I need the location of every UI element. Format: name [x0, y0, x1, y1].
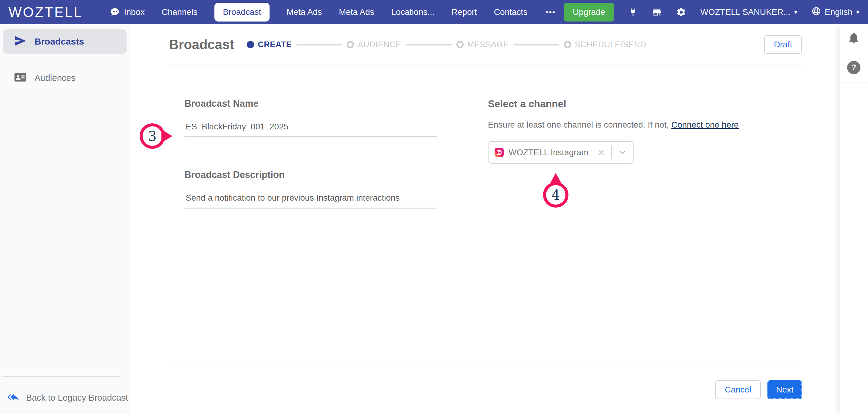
nav-item-broadcast[interactable]: Broadcast	[214, 3, 270, 22]
question-mark-icon: ?	[847, 61, 861, 74]
chevron-down-icon[interactable]	[618, 148, 627, 157]
settings-gear-icon[interactable]	[676, 7, 686, 17]
instagram-icon	[495, 148, 504, 157]
step-dot-icon	[247, 41, 254, 48]
selected-channel-label: WOZTELL Instagram	[508, 148, 588, 157]
header-divider	[169, 65, 802, 65]
broadcast-name-label: Broadcast Name	[184, 98, 437, 109]
nav-item-report[interactable]: Report	[452, 7, 477, 17]
utility-rail: ?	[840, 24, 868, 414]
broadcast-description-label: Broadcast Description	[184, 170, 437, 180]
step-connector	[297, 43, 342, 46]
main-nav: Inbox Channels Broadcast Meta Ads Meta A…	[110, 3, 555, 22]
paper-plane-icon	[14, 34, 27, 49]
step-label: AUDIENCE	[358, 40, 401, 50]
more-ellipsis-icon: •••	[546, 7, 555, 17]
help-button[interactable]: ?	[840, 53, 868, 83]
caret-down-icon: ▾	[856, 9, 860, 16]
page-header: Broadcast CREATE AUDIENCE MESSAGE SCHEDU…	[169, 24, 802, 65]
woztell-logo[interactable]: WOZTELL	[8, 4, 83, 20]
connect-one-here-link[interactable]: Connect one here	[672, 120, 739, 129]
channel-select[interactable]: WOZTELL Instagram ✕	[488, 141, 633, 164]
nav-label: Inbox	[124, 7, 145, 17]
step-schedule-send[interactable]: SCHEDULE/SEND	[564, 40, 646, 50]
sidebar-item-audiences[interactable]: Audiences	[3, 66, 127, 90]
step-dot-icon	[457, 41, 464, 48]
step-label: MESSAGE	[467, 40, 509, 50]
step-dot-icon	[564, 41, 571, 48]
next-button[interactable]: Next	[768, 380, 802, 399]
chat-bubble-icon	[110, 7, 120, 17]
account-menu[interactable]: WOZTELL SANUKER... ▾	[700, 7, 798, 17]
main-content: Broadcast CREATE AUDIENCE MESSAGE SCHEDU…	[130, 24, 840, 414]
step-audience[interactable]: AUDIENCE	[347, 40, 401, 50]
draft-button[interactable]: Draft	[764, 35, 802, 54]
nav-item-meta-ads-1[interactable]: Meta Ads	[286, 7, 322, 17]
channel-help-prefix: Ensure at least one channel is connected…	[488, 120, 672, 129]
step-create[interactable]: CREATE	[247, 40, 292, 50]
nav-label: Meta Ads	[286, 7, 322, 17]
broadcast-description-input[interactable]: Send a notification to our previous Inst…	[184, 193, 437, 208]
broadcast-description-field: Broadcast Description Send a notificatio…	[184, 170, 437, 208]
annotation-badge-3: 3	[140, 123, 165, 149]
channel-help-text: Ensure at least one channel is connected…	[488, 120, 802, 130]
nav-right-group: Upgrade WOZTELL SANUKER... ▾ English ▾	[564, 3, 860, 22]
nav-label: Contacts	[494, 7, 528, 17]
cancel-button[interactable]: Cancel	[715, 380, 761, 399]
sidebar-item-broadcasts[interactable]: Broadcasts	[3, 29, 127, 54]
annotation-badge-4: 4	[543, 182, 568, 208]
step-label: CREATE	[258, 40, 292, 50]
nav-label: Locations...	[391, 7, 435, 17]
sidebar-item-label: Broadcasts	[34, 36, 84, 47]
annotation-number: 3	[148, 128, 157, 144]
nav-item-contacts[interactable]: Contacts	[494, 7, 528, 17]
language-label: English	[825, 7, 852, 17]
broadcast-name-input[interactable]: ES_BlackFriday_001_2025	[184, 122, 437, 137]
step-label: SCHEDULE/SEND	[575, 40, 646, 50]
nav-item-inbox[interactable]: Inbox	[110, 7, 145, 17]
language-menu[interactable]: English ▾	[811, 6, 860, 18]
step-dot-icon	[347, 41, 354, 48]
bell-icon	[847, 31, 861, 46]
notifications-bell-button[interactable]	[840, 24, 868, 53]
stepper: CREATE AUDIENCE MESSAGE SCHEDULE/SEND	[247, 40, 646, 50]
integrations-plug-icon[interactable]	[628, 7, 638, 17]
account-name: WOZTELL SANUKER...	[700, 7, 790, 17]
annotation-number: 4	[552, 187, 560, 203]
annotation-pointer-up	[549, 173, 562, 184]
sidebar-item-label: Audiences	[34, 73, 75, 83]
globe-icon	[811, 6, 821, 18]
nav-item-meta-ads-2[interactable]: Meta Ads	[339, 7, 374, 17]
broadcast-name-field: Broadcast Name ES_BlackFriday_001_2025	[184, 98, 437, 137]
form-footer: Cancel Next	[169, 366, 802, 399]
broadcast-form: Broadcast Name ES_BlackFriday_001_2025 B…	[169, 98, 802, 208]
annotation-circle: 4	[543, 182, 568, 208]
nav-label: Meta Ads	[339, 7, 374, 17]
marketplace-store-icon[interactable]	[652, 7, 662, 17]
nav-more-button[interactable]: •••	[544, 7, 555, 17]
page-title: Broadcast	[169, 37, 234, 52]
upgrade-button[interactable]: Upgrade	[564, 3, 614, 22]
nav-label: Broadcast	[223, 7, 261, 17]
step-connector	[406, 43, 452, 46]
sidebar-divider	[3, 376, 121, 377]
sidebar: Broadcasts Audiences Back to Legacy Broa…	[0, 24, 130, 414]
clear-channel-icon[interactable]: ✕	[597, 147, 605, 158]
back-link-label: Back to Legacy Broadcast	[26, 393, 128, 403]
back-to-legacy-link[interactable]: Back to Legacy Broadcast	[7, 391, 128, 404]
caret-down-icon: ▾	[794, 9, 798, 16]
nav-item-locations[interactable]: Locations...	[391, 7, 435, 17]
select-channel-heading: Select a channel	[488, 98, 802, 110]
annotation-pointer-right	[161, 129, 172, 143]
form-right-column: Select a channel Ensure at least one cha…	[488, 98, 802, 208]
select-divider	[611, 146, 612, 159]
form-left-column: Broadcast Name ES_BlackFriday_001_2025 B…	[169, 98, 437, 208]
step-message[interactable]: MESSAGE	[457, 40, 509, 50]
top-nav: WOZTELL Inbox Channels Broadcast Meta Ad…	[0, 0, 868, 24]
step-connector	[514, 43, 559, 46]
contact-card-icon	[14, 71, 27, 85]
reply-all-icon	[7, 391, 20, 404]
nav-label: Channels	[162, 7, 197, 17]
footer-buttons: Cancel Next	[169, 380, 802, 399]
nav-item-channels[interactable]: Channels	[162, 7, 197, 17]
